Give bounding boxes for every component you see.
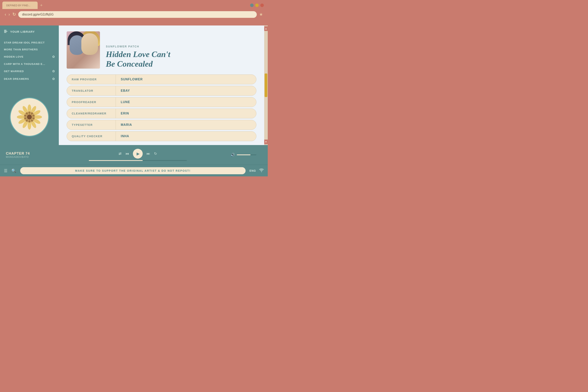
- library-title: YOUR LIBRARY: [10, 30, 35, 33]
- title-line2: Be Concealed: [106, 60, 153, 68]
- credits-table: RAW PROVIDER SUNFLOWER TRANSLATOR EBAY P…: [67, 74, 256, 141]
- minimize-button[interactable]: [250, 4, 254, 7]
- track-source: MANGADEX/BATO: [6, 156, 45, 158]
- manga-cover: [67, 31, 100, 68]
- sidebar-item-label: DEAR DREAMERS: [4, 78, 29, 80]
- sunflower-icon: [14, 101, 45, 133]
- sidebar-item-label: GET MARRIED: [4, 70, 24, 73]
- previous-button[interactable]: ⏮: [126, 152, 129, 156]
- window-controls: [250, 4, 264, 7]
- credit-value: SUNFLOWER: [116, 78, 148, 81]
- maximize-button[interactable]: [255, 4, 259, 7]
- credit-label: QUALITY CHECKER: [67, 132, 116, 141]
- credit-row-proofreader: PROOFREADER LUNE: [67, 97, 256, 107]
- bookmark-button[interactable]: ★: [259, 12, 263, 17]
- status-right: ENG: [250, 168, 264, 173]
- credit-row-typesetter: TYPESETTER MARIA: [67, 120, 256, 130]
- credit-value: EBAY: [116, 89, 135, 92]
- sidebar-item-label: HIDDEN LOVE: [4, 55, 24, 58]
- credit-value: ERIN: [116, 112, 134, 115]
- credit-row-quality: QUALITY CHECKER INHA: [67, 131, 256, 141]
- back-button[interactable]: ‹: [5, 12, 6, 17]
- scroll-down-icon: ▼: [265, 140, 267, 143]
- credit-value: MARIA: [116, 123, 137, 126]
- volume-fill: [237, 154, 250, 155]
- credit-row-raw-provider: RAW PROVIDER SUNFLOWER: [67, 74, 256, 84]
- sidebar-item-hidden-love[interactable]: HIDDEN LOVE ✿: [0, 53, 59, 60]
- credit-label: CLEANER/REDRAWER: [67, 109, 116, 118]
- credit-row-translator: TRANSLATOR EBAY: [67, 86, 256, 96]
- sidebar-item-label: CARP WITH A THOUSAND E...: [4, 62, 45, 66]
- manga-title: Hidden Love Can't Be Concealed: [106, 50, 256, 68]
- credit-label: TYPESETTER: [67, 120, 116, 130]
- player-controls: ⇄ ⏮ ▶ ⏭ ↻: [49, 149, 226, 161]
- sidebar-item-get-married[interactable]: GET MARRIED ✿: [0, 68, 59, 75]
- sidebar: ⊪ YOUR LIBRARY STAR DREAM IDOL PROJECT M…: [0, 26, 59, 145]
- logo-circle: [10, 98, 49, 136]
- scroll-up-icon: ▲: [265, 27, 267, 30]
- svg-point-18: [28, 120, 30, 122]
- next-button[interactable]: ⏭: [146, 152, 150, 156]
- scroll-thumb[interactable]: [264, 74, 267, 97]
- language-label: ENG: [250, 169, 256, 172]
- reload-button[interactable]: ↻: [12, 12, 16, 17]
- controls-row: ⇄ ⏮ ▶ ⏭ ↻: [118, 149, 157, 158]
- player-bar: CHAPTER 74 MANGADEX/BATO ⇄ ⏮ ▶ ⏭ ↻ 🔊: [0, 145, 268, 165]
- credit-label: TRANSLATOR: [67, 86, 116, 96]
- status-bar: ☰ 🔍 MAKE SURE TO SUPPORT THE ORIGINAL AR…: [0, 165, 268, 176]
- sidebar-item-dear-dreamers[interactable]: DEAR DREAMERS ✿: [0, 75, 59, 83]
- manga-header: SUNFLOWER PATCH Hidden Love Can't Be Con…: [67, 31, 256, 68]
- wifi-icon: [259, 168, 264, 173]
- sidebar-item-label: MORE THAN BROTHERS: [4, 48, 38, 51]
- sidebar-item-label: STAR DREAM IDOL PROJECT: [4, 41, 45, 44]
- scroll-up-button[interactable]: ▲: [264, 26, 268, 31]
- svg-point-13: [28, 112, 30, 114]
- sidebar-item-star-dream[interactable]: STAR DREAM IDOL PROJECT: [0, 39, 59, 46]
- tab-label: DEFINED BY FIND...: [6, 4, 30, 7]
- flower-icon: ✿: [52, 55, 55, 58]
- play-icon: ▶: [136, 151, 140, 156]
- credit-value: LUNE: [116, 100, 135, 104]
- svg-point-31: [27, 115, 32, 119]
- flower-icon: ✿: [52, 70, 55, 73]
- credit-label: PROOFREADER: [67, 98, 116, 107]
- menu-button[interactable]: ☰: [4, 168, 8, 173]
- publisher-label: SUNFLOWER PATCH: [106, 45, 256, 48]
- address-bar[interactable]: [18, 11, 257, 18]
- search-button[interactable]: 🔍: [11, 168, 16, 173]
- tab-bar: DEFINED BY FIND... +: [2, 2, 266, 9]
- forward-button[interactable]: ›: [8, 12, 10, 17]
- scroll-down-button[interactable]: ▼: [264, 140, 268, 144]
- scrollbar[interactable]: ▲ ▼: [264, 26, 268, 145]
- title-line1: Hidden Love Can't: [106, 50, 170, 59]
- flower-icon: ✿: [52, 77, 55, 81]
- volume-section: 🔊: [230, 153, 262, 157]
- chapter-title: CHAPTER 74: [6, 152, 45, 156]
- credit-row-cleaner: CLEANER/REDRAWER ERIN: [67, 108, 256, 118]
- sidebar-item-brothers[interactable]: MORE THAN BROTHERS: [0, 46, 59, 53]
- browser-chrome: DEFINED BY FIND... + ‹ › ↻ ★: [0, 0, 268, 26]
- new-tab-button[interactable]: +: [38, 2, 44, 8]
- cover-art: [67, 31, 100, 68]
- sidebar-item-carp[interactable]: CARP WITH A THOUSAND E...: [0, 60, 59, 68]
- sidebar-logo: [0, 89, 59, 145]
- play-button[interactable]: ▶: [133, 149, 143, 158]
- status-message: MAKE SURE TO SUPPORT THE ORIGINAL ARTIST…: [20, 167, 246, 174]
- content-wrapper: SUNFLOWER PATCH Hidden Love Can't Be Con…: [59, 26, 268, 145]
- track-info: CHAPTER 74 MANGADEX/BATO: [6, 152, 45, 158]
- sidebar-nav: STAR DREAM IDOL PROJECT MORE THAN BROTHE…: [0, 38, 59, 89]
- library-icon: ⊪: [4, 29, 8, 34]
- active-tab[interactable]: DEFINED BY FIND...: [2, 2, 38, 9]
- manga-info: SUNFLOWER PATCH Hidden Love Can't Be Con…: [106, 31, 256, 68]
- content-area: SUNFLOWER PATCH Hidden Love Can't Be Con…: [59, 26, 264, 145]
- repeat-button[interactable]: ↻: [154, 152, 157, 156]
- shuffle-button[interactable]: ⇄: [118, 152, 122, 156]
- credit-label: RAW PROVIDER: [67, 75, 116, 84]
- character-face-light: [81, 33, 98, 55]
- volume-icon: 🔊: [230, 153, 235, 157]
- volume-bar[interactable]: [237, 154, 256, 155]
- close-button[interactable]: [260, 4, 264, 7]
- progress-bar[interactable]: [89, 160, 187, 161]
- progress-fill: [89, 160, 143, 161]
- nav-bar: ‹ › ↻ ★: [2, 9, 266, 20]
